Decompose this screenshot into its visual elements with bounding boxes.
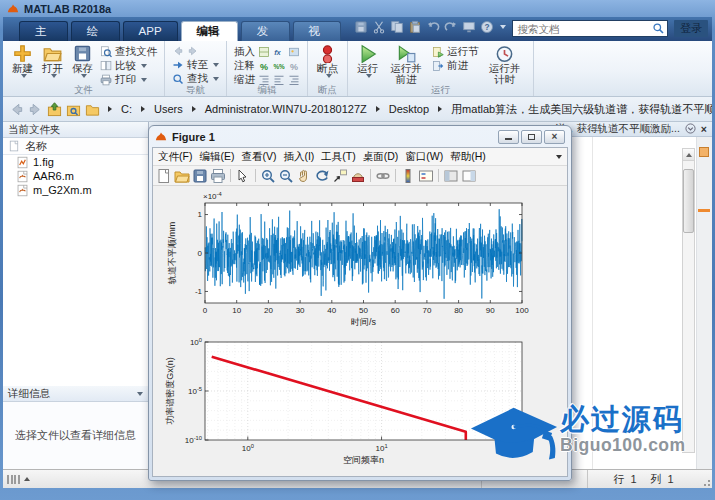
quick-access-dropdown-icon[interactable] <box>500 25 506 29</box>
close-button[interactable]: × <box>544 130 565 144</box>
figure-titlebar[interactable]: Figure 1 × <box>149 126 571 147</box>
rotate-3d-icon[interactable] <box>314 168 330 184</box>
minimize-button[interactable] <box>498 130 519 144</box>
ribbon-button-比较[interactable]: 比较 <box>100 59 157 72</box>
show-plot-tools-icon[interactable] <box>461 168 477 184</box>
folder-icon[interactable] <box>85 102 100 117</box>
warning-marker-icon[interactable] <box>698 209 710 212</box>
ribbon-button-运行并前进[interactable]: 运行并前进 <box>385 44 427 83</box>
file-row[interactable]: m_G2Xm.m <box>3 183 148 197</box>
close-document-icon[interactable]: × <box>701 123 707 135</box>
resize-grip[interactable] <box>699 470 712 488</box>
scrollbar-thumb[interactable] <box>683 169 694 233</box>
ribbon-tab-APP[interactable]: APP <box>123 21 178 41</box>
button-label: 前进 <box>447 59 468 73</box>
ribbon-tab-发布[interactable]: 发布 <box>241 21 290 41</box>
colorbar-icon[interactable] <box>400 168 416 184</box>
figure-menu-工[interactable]: 工具(T) <box>321 150 355 164</box>
graduation-cap-icon <box>468 398 560 472</box>
file-list-column-header[interactable]: 名称 <box>3 138 148 155</box>
ribbon-tabstrip: 主页绘图APP编辑器发布视图? 登录 <box>3 17 712 41</box>
desktop-icon[interactable] <box>462 20 476 34</box>
breadcrumb-segment[interactable]: C: <box>120 103 133 115</box>
restore-button[interactable] <box>521 130 542 144</box>
undo-icon[interactable] <box>426 20 440 34</box>
breadcrumb-segment[interactable]: Users <box>153 103 184 115</box>
copy-icon[interactable] <box>390 20 404 34</box>
ribbon-button-新建[interactable]: 新建 <box>10 44 35 83</box>
figure-menu-桌[interactable]: 桌面(D) <box>363 150 399 164</box>
figure-menu-插[interactable]: 插入(I) <box>283 150 314 164</box>
breadcrumb-segment[interactable]: Administrator.WIN7U-20180127Z <box>204 103 368 115</box>
ribbon-button-查找文件[interactable]: 查找文件 <box>100 45 157 58</box>
data-cursor-icon[interactable] <box>332 168 348 184</box>
redo-icon[interactable] <box>444 20 458 34</box>
ribbon-button-注释[interactable]: 注释%%%% <box>234 59 300 72</box>
ribbon-tab-绘图[interactable]: 绘图 <box>71 21 120 41</box>
figure-menu-帮[interactable]: 帮助(H) <box>450 150 486 164</box>
help-icon[interactable]: ? <box>480 20 494 34</box>
uncomment-icon: % <box>288 60 300 72</box>
figure-toolbar <box>153 166 567 186</box>
breadcrumb-segment[interactable]: Desktop <box>388 103 430 115</box>
document-actions-icon[interactable] <box>685 123 696 136</box>
new-doc-icon[interactable] <box>156 168 172 184</box>
window-titlebar[interactable]: MATLAB R2018a <box>0 0 715 17</box>
scrollbar-up-arrow-icon[interactable] <box>683 149 694 161</box>
hide-plot-tools-icon[interactable] <box>443 168 459 184</box>
message-indicator-icon[interactable] <box>699 147 709 157</box>
ribbon-button-转至[interactable]: 转至 <box>172 58 219 71</box>
toolbar-separator <box>438 169 439 182</box>
save-icon[interactable] <box>354 20 368 34</box>
cut-icon[interactable] <box>372 20 386 34</box>
brush-icon[interactable] <box>350 168 366 184</box>
figure-menu-查[interactable]: 查看(V) <box>241 150 276 164</box>
ribbon-tab-编辑器[interactable]: 编辑器 <box>181 21 238 41</box>
print-icon[interactable] <box>210 168 226 184</box>
search-input[interactable] <box>517 23 652 35</box>
link-plot-icon[interactable] <box>375 168 391 184</box>
sign-in-button[interactable]: 登录 <box>674 20 708 37</box>
paste-icon[interactable] <box>408 20 422 34</box>
svg-text:60: 60 <box>391 306 400 315</box>
browse-icon[interactable] <box>66 102 81 117</box>
ribbon-button-断点[interactable]: 断点 <box>315 44 340 83</box>
figure-menu-窗[interactable]: 窗口(W) <box>405 150 443 164</box>
search-icon[interactable] <box>652 22 665 35</box>
ribbon-button-运行并计时[interactable]: 运行并计时 <box>484 44 526 83</box>
ribbon-button-运行[interactable]: 运行 <box>355 44 380 83</box>
zoom-in-icon[interactable] <box>260 168 276 184</box>
watermark-text: 必过源码 Biguo100.com <box>560 398 686 456</box>
pan-hand-icon[interactable] <box>296 168 312 184</box>
figure-menu-文[interactable]: 文件(F) <box>158 150 192 164</box>
ribbon-button-前进[interactable]: 前进 <box>432 59 479 72</box>
zoom-out-icon[interactable] <box>278 168 294 184</box>
file-row[interactable]: 1.fig <box>3 155 148 169</box>
breadcrumb-segment[interactable]: 用matlab算法，生成美国六级轨道谱，获得轨道不平顺激励 <box>450 102 712 117</box>
file-name: 1.fig <box>33 156 54 168</box>
edit-arrow-icon[interactable] <box>235 168 251 184</box>
figure-menu-编[interactable]: 编辑(E) <box>199 150 234 164</box>
current-folder-header[interactable]: 当前文件夹 <box>3 122 148 138</box>
back-icon[interactable] <box>9 102 24 117</box>
details-header[interactable]: 详细信息 <box>3 386 148 402</box>
legend-icon[interactable] <box>418 168 434 184</box>
ribbon-button-保存[interactable]: 保存 <box>70 44 95 83</box>
open-folder-icon[interactable] <box>174 168 190 184</box>
m-file-icon <box>16 170 29 183</box>
file-row[interactable]: AAR6.m <box>3 169 148 183</box>
toolstrip-minimize-icon[interactable] <box>3 475 34 484</box>
ribbon-button-插入[interactable]: 插入fx <box>234 45 300 58</box>
ribbon-button-nav-arrows[interactable] <box>172 45 219 57</box>
forward-icon[interactable] <box>28 102 43 117</box>
button-label: 断点 <box>317 63 338 74</box>
up-folder-icon[interactable] <box>47 102 62 117</box>
ribbon-tab-主页[interactable]: 主页 <box>19 21 68 41</box>
doc-search-box[interactable] <box>512 20 668 37</box>
menubar-overflow-icon[interactable] <box>556 155 562 159</box>
ribbon-tab-视图[interactable]: 视图 <box>293 21 342 41</box>
save-disk-icon[interactable] <box>192 168 208 184</box>
ribbon-button-运行节[interactable]: 运行节 <box>432 45 479 58</box>
ribbon-button-打开[interactable]: 打开 <box>40 44 65 83</box>
dropdown-caret-icon <box>213 77 219 81</box>
